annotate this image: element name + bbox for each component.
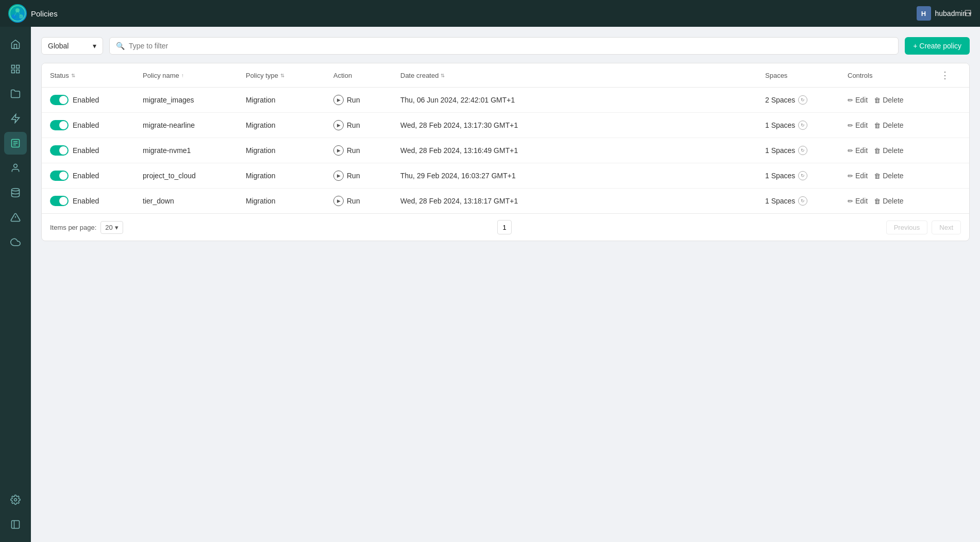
sidebar-item-cloud[interactable] [4,231,27,253]
spaces-icon-2: ↻ [798,146,807,155]
edit-button-2[interactable]: ✏ Edit [848,146,868,155]
table-header: Status ⇅ Policy name ↑ Policy type ⇅ Act… [42,63,969,88]
sort-status-icon[interactable]: ⇅ [71,73,75,78]
policies-table: Status ⇅ Policy name ↑ Policy type ⇅ Act… [41,63,970,241]
sidebar-item-users[interactable] [4,157,27,179]
status-toggle-2[interactable] [50,145,69,156]
per-page-dropdown[interactable]: 20 ▾ [100,221,123,234]
next-button[interactable]: Next [932,221,961,234]
run-button-2[interactable]: ▶ Run [333,145,400,156]
sidebar-item-alerts[interactable] [4,206,27,229]
policy-type-cell-2: Migration [246,146,333,155]
run-button-1[interactable]: ▶ Run [333,120,400,130]
sidebar-item-panel[interactable] [4,513,27,536]
policy-name-cell-0: migrate_images [143,96,246,104]
sidebar-item-grid[interactable] [4,58,27,80]
sidebar-item-policies[interactable] [4,132,27,155]
run-button-3[interactable]: ▶ Run [333,171,400,181]
date-cell-4: Wed, 28 Feb 2024, 13:18:17 GMT+1 [400,197,765,205]
status-label-0: Enabled [73,96,99,104]
action-cell-4: ▶ Run [333,196,400,206]
table-row: Enabled project_to_cloud Migration ▶ Run… [42,163,969,189]
spaces-icon-1: ↻ [798,121,807,130]
delete-button-1[interactable]: 🗑 Delete [874,121,903,129]
edit-button-3[interactable]: ✏ Edit [848,172,868,180]
status-toggle-0[interactable] [50,95,69,105]
table-body: Enabled migrate_images Migration ▶ Run T… [42,88,969,213]
sort-policy-name-icon[interactable]: ↑ [181,73,184,78]
status-cell-1: Enabled [50,120,143,130]
date-cell-2: Wed, 28 Feb 2024, 13:16:49 GMT+1 [400,146,765,155]
run-icon-1: ▶ [333,120,344,130]
edit-button-0[interactable]: ✏ Edit [848,96,868,104]
scope-dropdown[interactable]: Global ▾ [41,37,103,55]
search-icon: 🔍 [116,42,125,50]
logo-area: Policies [8,4,58,23]
delete-button-4[interactable]: 🗑 Delete [874,197,903,205]
status-label-3: Enabled [73,172,99,180]
svg-point-0 [10,6,25,21]
delete-button-0[interactable]: 🗑 Delete [874,96,903,104]
date-cell-1: Wed, 28 Feb 2024, 13:17:30 GMT+1 [400,121,765,129]
action-cell-0: ▶ Run [333,95,400,105]
date-cell-0: Thu, 06 Jun 2024, 22:42:01 GMT+1 [400,96,765,104]
toolbar: Global ▾ 🔍 + Create policy [41,37,970,55]
sidebar-item-storage[interactable] [4,181,27,204]
spaces-cell-1: 1 Spaces ↻ [765,121,848,130]
svg-marker-11 [12,114,20,123]
delete-icon-3: 🗑 [874,172,881,180]
sidebar-item-actions[interactable] [4,107,27,130]
col-more: ⋮ [940,70,961,81]
scope-label: Global [48,42,69,50]
topbar: Policies H hubadmin ▾ ⊟ [0,0,980,27]
previous-button[interactable]: Previous [886,221,928,234]
page-1-button[interactable]: 1 [497,220,512,234]
edit-button-4[interactable]: ✏ Edit [848,197,868,205]
main-layout: Global ▾ 🔍 + Create policy Status ⇅ [0,27,980,542]
spaces-icon-4: ↻ [798,196,807,206]
controls-cell-2: ✏ Edit 🗑 Delete [848,146,940,155]
edit-button-1[interactable]: ✏ Edit [848,121,868,129]
col-action: Action [333,70,400,81]
run-button-0[interactable]: ▶ Run [333,95,400,105]
run-icon-4: ▶ [333,196,344,206]
spaces-icon-0: ↻ [798,95,807,105]
logo-icon [8,4,27,23]
status-toggle-3[interactable] [50,171,69,181]
col-policy-type: Policy type ⇅ [246,70,333,81]
sidebar-item-home[interactable] [4,33,27,56]
spaces-cell-4: 1 Spaces ↻ [765,196,848,206]
policy-name-cell-2: migrate-nvme1 [143,146,246,155]
col-date-created: Date created ⇅ [400,70,765,81]
delete-button-2[interactable]: 🗑 Delete [874,146,903,155]
svg-point-17 [12,189,20,191]
action-cell-3: ▶ Run [333,171,400,181]
per-page-chevron-icon: ▾ [115,224,119,231]
items-per-page: Items per page: 20 ▾ [50,221,123,234]
create-policy-button[interactable]: + Create policy [905,37,970,55]
more-options-icon[interactable]: ⋮ [940,70,950,81]
search-input[interactable] [129,42,892,50]
right-panel-toggle[interactable]: ⊟ [964,7,972,19]
action-cell-2: ▶ Run [333,145,400,156]
status-label-1: Enabled [73,121,99,129]
controls-cell-4: ✏ Edit 🗑 Delete [848,197,940,205]
sort-policy-type-icon[interactable]: ⇅ [280,73,284,78]
run-button-4[interactable]: ▶ Run [333,196,400,206]
status-toggle-1[interactable] [50,120,69,130]
search-box: 🔍 [109,37,899,55]
col-status: Status ⇅ [50,70,143,81]
delete-button-3[interactable]: 🗑 Delete [874,172,903,180]
svg-rect-21 [12,521,20,529]
action-cell-1: ▶ Run [333,120,400,130]
spaces-cell-2: 1 Spaces ↻ [765,146,848,155]
policy-name-cell-3: project_to_cloud [143,172,246,180]
policy-type-cell-4: Migration [246,197,333,205]
status-toggle-4[interactable] [50,196,69,206]
scope-chevron-icon: ▾ [93,42,96,50]
sort-date-icon[interactable]: ⇅ [441,73,445,78]
sidebar-item-settings[interactable] [4,488,27,511]
sidebar-item-folders[interactable] [4,82,27,105]
svg-point-20 [14,499,17,501]
edit-icon-1: ✏ [848,122,853,129]
